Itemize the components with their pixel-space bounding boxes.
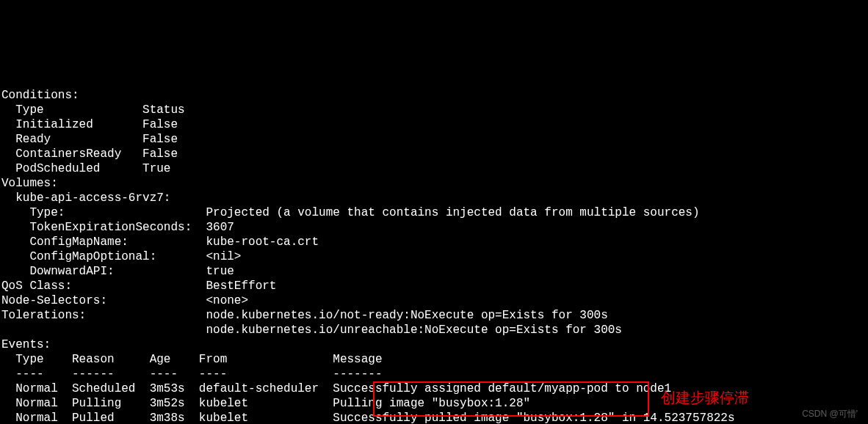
line-tolerations-1: Tolerations: node.kubernetes.io/not-read… bbox=[1, 309, 608, 322]
line-volume-configmapname: ConfigMapName: kube-root-ca.crt bbox=[1, 235, 319, 249]
line-qos-class: QoS Class: BestEffort bbox=[1, 279, 276, 293]
line-volume-name: kube-api-access-6rvz7: bbox=[1, 191, 170, 205]
line-cond-ready: Ready False bbox=[1, 133, 178, 146]
line-volume-tokenexp: TokenExpirationSeconds: 3607 bbox=[1, 221, 234, 234]
line-cond-podscheduled: PodScheduled True bbox=[1, 162, 170, 175]
watermark: CSDN @可惜' bbox=[802, 406, 858, 421]
line-event-pulled: Normal Pulled 3m38s kubelet Successfully… bbox=[1, 412, 735, 424]
line-event-pulling: Normal Pulling 3m52s kubelet Pulling ima… bbox=[1, 397, 530, 410]
line-cond-initialized: Initialized False bbox=[1, 118, 178, 131]
line-volumes-header: Volumes: bbox=[1, 177, 58, 190]
line-tolerations-2: node.kubernetes.io/unreachable:NoExecute… bbox=[1, 324, 622, 337]
line-conditions-header: Conditions: bbox=[1, 89, 79, 102]
terminal-output: Conditions: Type Status Initialized Fals… bbox=[0, 73, 868, 424]
line-volume-downwardapi: DownwardAPI: true bbox=[1, 265, 234, 278]
line-events-cols: Type Reason Age From Message bbox=[1, 353, 382, 366]
line-events-header: Events: bbox=[1, 338, 51, 351]
line-cond-containersready: ContainersReady False bbox=[1, 147, 178, 161]
line-volume-configmapoptional: ConfigMapOptional: <nil> bbox=[1, 250, 241, 263]
line-node-selectors: Node-Selectors: <none> bbox=[1, 294, 248, 307]
line-volume-type: Type: Projected (a volume that contains … bbox=[1, 206, 700, 219]
line-event-scheduled: Normal Scheduled 3m53s default-scheduler… bbox=[1, 382, 671, 395]
line-cond-cols: Type Status bbox=[1, 103, 185, 117]
line-events-divider: ---- ------ ---- ---- ------- bbox=[1, 368, 382, 381]
annotation-label: 创建步骤停滞 bbox=[661, 390, 749, 405]
